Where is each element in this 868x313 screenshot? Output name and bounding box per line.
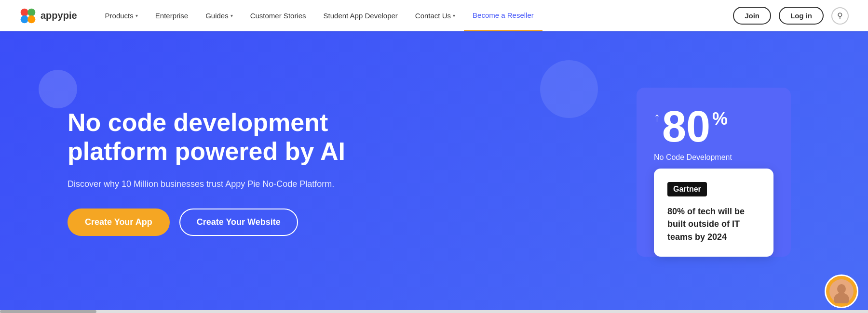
search-button[interactable]: ⚲	[831, 7, 849, 25]
join-button[interactable]: Join	[733, 7, 771, 25]
nav-links: Products ▾ Enterprise Guides ▾ Customer …	[96, 0, 733, 31]
create-app-button[interactable]: Create Your App	[68, 209, 170, 236]
chevron-down-icon: ▾	[453, 13, 455, 18]
stat-number-row: ↑ 80 %	[654, 105, 773, 148]
decorative-circle-left	[39, 70, 77, 108]
nav-item-customer-stories[interactable]: Customer Stories	[242, 0, 315, 31]
hero-buttons: Create Your App Create Your Website	[68, 209, 405, 236]
nav-item-become-reseller[interactable]: Become a Reseller	[464, 0, 542, 31]
nav-right: Join Log in ⚲	[733, 7, 849, 25]
svg-point-5	[837, 284, 846, 294]
svg-point-1	[27, 8, 35, 16]
gartner-badge: Gartner	[667, 182, 707, 196]
create-website-button[interactable]: Create Your Website	[179, 209, 298, 236]
nav-item-products[interactable]: Products ▾	[96, 0, 147, 31]
logo-text: appypie	[41, 10, 77, 21]
svg-point-3	[27, 15, 35, 23]
decorative-circle-right	[540, 60, 598, 118]
chevron-down-icon: ▾	[136, 13, 138, 18]
stat-card: ↑ 80 % No Code Development Gartner 80% o…	[637, 88, 791, 256]
scrollbar-thumb[interactable]	[0, 310, 96, 313]
appypie-logo-icon	[19, 7, 37, 25]
avatar-icon	[829, 279, 854, 303]
nav-item-contact-us[interactable]: Contact Us ▾	[407, 0, 464, 31]
search-icon: ⚲	[837, 11, 843, 20]
chevron-down-icon: ▾	[231, 13, 233, 18]
login-button[interactable]: Log in	[779, 7, 824, 25]
stat-label: No Code Development	[654, 153, 773, 162]
logo[interactable]: appypie	[19, 7, 77, 25]
hero-section: No code development platform powered by …	[0, 31, 868, 313]
gartner-quote-card: Gartner 80% of tech will be built outsid…	[654, 169, 773, 256]
gartner-quote-text: 80% of tech will be built outside of IT …	[667, 205, 760, 243]
nav-item-enterprise[interactable]: Enterprise	[147, 0, 197, 31]
nav-item-guides[interactable]: Guides ▾	[197, 0, 242, 31]
hero-title: No code development platform powered by …	[68, 108, 405, 166]
hero-content: No code development platform powered by …	[68, 108, 405, 236]
trend-up-icon: ↑	[654, 110, 660, 125]
scrollbar[interactable]	[0, 310, 868, 313]
avatar[interactable]	[825, 274, 858, 308]
nav-item-student-app-developer[interactable]: Student App Developer	[315, 0, 407, 31]
hero-subtitle: Discover why 10 Million businesses trust…	[68, 179, 405, 189]
navbar: appypie Products ▾ Enterprise Guides ▾ C…	[0, 0, 868, 31]
hero-card-area: ↑ 80 % No Code Development Gartner 80% o…	[637, 88, 800, 256]
svg-point-2	[21, 15, 28, 23]
stat-percent: %	[712, 109, 728, 129]
stat-number: 80	[662, 105, 710, 148]
svg-point-0	[21, 8, 28, 16]
